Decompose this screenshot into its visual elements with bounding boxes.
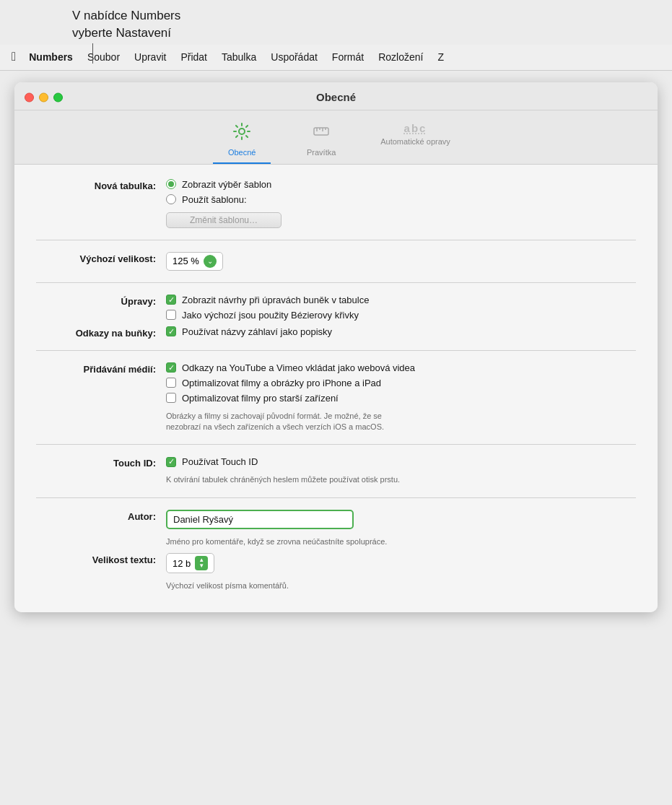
maximize-button[interactable] <box>53 92 63 102</box>
apple-menu[interactable]:  <box>6 45 22 70</box>
tab-bar: Obecné Pravítka abc Automatic <box>14 110 658 165</box>
separator-3 <box>36 350 636 351</box>
stepper-box: 12 b ▲ ▼ <box>166 553 214 573</box>
close-button[interactable] <box>25 92 34 102</box>
upravit-menu[interactable]: Upravit <box>127 45 173 70</box>
dropdown-arrow-icon: ⌄ <box>204 255 217 268</box>
velikost-value: 125 % <box>173 256 199 266</box>
media-option-1[interactable]: ✓ Odkazy na YouTube a Vimeo vkládat jako… <box>166 362 636 373</box>
velikost-textu-label: Velikost textu: <box>36 553 166 565</box>
nova-tabulka-option-2[interactable]: Použít šablonu: <box>166 194 636 205</box>
checkbox-navrhy-label: Zobrazit návrhy při úpravách buněk v tab… <box>182 295 369 305</box>
vychozi-velikost-controls: 125 % ⌄ <box>166 252 636 271</box>
main-area: Obecné Obecné <box>0 71 672 624</box>
odkazy-bunky-controls: ✓ Používat názvy záhlaví jako popisky <box>166 326 636 337</box>
odkazy-bunky-label: Odkazy na buňky: <box>36 326 166 339</box>
velikost-textu-hint: Výchozí velikost písma komentářů. <box>166 580 636 591</box>
touch-id-controls: ✓ Používat Touch ID K otvírání tabulek c… <box>166 456 636 485</box>
autor-label: Autor: <box>36 510 166 522</box>
soubor-menu[interactable]: Soubor <box>80 45 127 70</box>
nova-tabulka-row: Nová tabulka: Zobrazit výběr šablon Použ… <box>36 179 636 228</box>
odkazy-bunky-row: Odkazy na buňky: ✓ Používat názvy záhlav… <box>36 326 636 339</box>
velikost-textu-stepper[interactable]: 12 b ▲ ▼ <box>166 553 636 573</box>
stepper-value: 12 b <box>173 558 191 569</box>
checkbox-nazvy-zahlavni[interactable]: ✓ <box>166 326 176 336</box>
ruler-icon <box>312 122 331 145</box>
checkbox-optimalizovat-iphone-label: Optimalizovat filmy a obrázky pro iPhone… <box>182 378 381 388</box>
touch-id-label: Touch ID: <box>36 456 166 469</box>
vychozi-velikost-row: Výchozí velikost: 125 % ⌄ <box>36 252 636 271</box>
upravy-row: Úpravy: ✓ Zobrazit návrhy při úpravách b… <box>36 295 636 321</box>
annotation-line2: vyberte Nastavení <box>72 26 171 40</box>
checkbox-optimalizovat-stari[interactable] <box>166 393 176 403</box>
checkbox-nazvy-zahlavni-label: Používat názvy záhlaví jako popisky <box>182 326 332 337</box>
stepper-down-icon[interactable]: ▼ <box>198 563 204 569</box>
checkbox-bezier-label: Jako výchozí jsou použity Bézierovy křiv… <box>182 310 359 321</box>
annotation-line1: V nabídce Numbers <box>72 9 180 22</box>
annotation-area: V nabídce Numbers vyberte Nastavení <box>0 0 672 45</box>
radio-pouzit[interactable] <box>166 194 176 204</box>
nova-tabulka-controls: Zobrazit výběr šablon Použít šablonu: Zm… <box>166 179 636 228</box>
radio-zobrazit-label: Zobrazit výběr šablon <box>182 179 271 190</box>
pridat-menu[interactable]: Přidat <box>173 45 214 70</box>
upravy-label: Úpravy: <box>36 295 166 307</box>
settings-window: Obecné Obecné <box>14 82 658 612</box>
media-option-3[interactable]: Optimalizovat filmy pro starší zařízení <box>166 393 636 404</box>
tab-obecne[interactable]: Obecné <box>213 118 271 164</box>
numbers-menu[interactable]: Numbers <box>22 45 80 70</box>
autor-row: Autor: Jméno pro komentáře, když se zrov… <box>36 510 636 547</box>
touch-id-row: Touch ID: ✓ Používat Touch ID K otvírání… <box>36 456 636 485</box>
radio-zobrazit[interactable] <box>166 179 176 189</box>
autor-input[interactable] <box>166 510 354 529</box>
upravy-option-1[interactable]: ✓ Zobrazit návrhy při úpravách buněk v t… <box>166 295 636 305</box>
odkazy-bunky-option-1[interactable]: ✓ Používat názvy záhlaví jako popisky <box>166 326 636 337</box>
tab-auto-opravy[interactable]: abc Automatické opravy <box>372 118 459 164</box>
tab-pravitka[interactable]: Pravítka <box>292 118 350 164</box>
pridavani-medii-label: Přidávání médií: <box>36 362 166 375</box>
z-menu[interactable]: Z <box>430 45 451 70</box>
nova-tabulka-label: Nová tabulka: <box>36 179 166 191</box>
media-option-2[interactable]: Optimalizovat filmy a obrázky pro iPhone… <box>166 378 636 388</box>
media-hint: Obrázky a filmy si zachovají původní for… <box>166 411 636 433</box>
velikost-textu-controls: 12 b ▲ ▼ Výchozí velikost písma komentář… <box>166 553 636 591</box>
tab-obecne-label: Obecné <box>228 148 256 157</box>
checkbox-navrhy[interactable]: ✓ <box>166 295 176 305</box>
upravy-option-2[interactable]: Jako výchozí jsou použity Bézierovy křiv… <box>166 310 636 321</box>
format-menu[interactable]: Formát <box>325 45 371 70</box>
checkbox-touch-id-label: Používat Touch ID <box>182 456 258 467</box>
tab-pravitka-label: Pravítka <box>307 148 336 157</box>
svg-point-0 <box>239 129 245 134</box>
separator-4 <box>36 444 636 445</box>
usporadat-menu[interactable]: Uspořádat <box>263 45 325 70</box>
checkbox-youtube-label: Odkazy na YouTube a Vimeo vkládat jako w… <box>182 362 415 373</box>
tabulka-menu[interactable]: Tabulka <box>214 45 263 70</box>
vychozi-velikost-dropdown[interactable]: 125 % ⌄ <box>166 252 636 271</box>
autor-hint: Jméno pro komentáře, když se zrovna neúč… <box>166 536 636 547</box>
radio-pouzit-label: Použít šablonu: <box>182 194 247 205</box>
vychozi-velikost-label: Výchozí velikost: <box>36 252 166 264</box>
touch-id-option-1[interactable]: ✓ Používat Touch ID <box>166 456 636 467</box>
abc-icon: abc <box>404 122 427 134</box>
touch-id-hint: K otvírání tabulek chráněných heslem můž… <box>166 474 636 485</box>
minimize-button[interactable] <box>39 92 48 102</box>
rozlozeni-menu[interactable]: Rozložení <box>371 45 430 70</box>
svg-rect-1 <box>314 128 328 135</box>
pridavani-medii-row: Přidávání médií: ✓ Odkazy na YouTube a V… <box>36 362 636 433</box>
velikost-dropdown-box[interactable]: 125 % ⌄ <box>166 252 223 271</box>
checkbox-bezier[interactable] <box>166 310 176 320</box>
tab-auto-opravy-label: Automatické opravy <box>380 137 450 146</box>
window-title: Obecné <box>316 91 356 103</box>
checkbox-youtube[interactable]: ✓ <box>166 362 176 373</box>
menubar:  Numbers Soubor Upravit Přidat Tabulka … <box>0 45 672 71</box>
nova-tabulka-option-1[interactable]: Zobrazit výběr šablon <box>166 179 636 190</box>
checkbox-touch-id[interactable]: ✓ <box>166 457 176 467</box>
checkbox-optimalizovat-iphone[interactable] <box>166 378 176 388</box>
stepper-arrows[interactable]: ▲ ▼ <box>195 556 208 570</box>
pridavani-medii-controls: ✓ Odkazy na YouTube a Vimeo vkládat jako… <box>166 362 636 433</box>
settings-content: Nová tabulka: Zobrazit výběr šablon Použ… <box>14 165 658 612</box>
velikost-textu-row: Velikost textu: 12 b ▲ ▼ Výchozí velikos… <box>36 553 636 591</box>
zmenit-sablonu-button[interactable]: Změnit šablonu… <box>166 212 282 228</box>
separator-1 <box>36 240 636 240</box>
upravy-controls: ✓ Zobrazit návrhy při úpravách buněk v t… <box>166 295 636 321</box>
window-controls <box>25 92 63 102</box>
